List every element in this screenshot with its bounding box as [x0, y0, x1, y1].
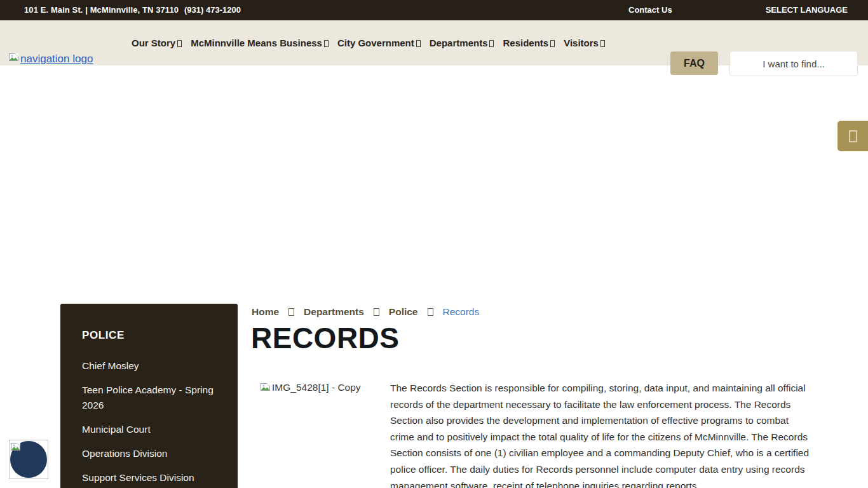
article-content: IMG_5428[1] - Copy The Records Section i… [261, 380, 812, 488]
broken-image-icon [261, 382, 271, 395]
nav-item-label: Departments [430, 37, 488, 48]
faq-button[interactable]: FAQ [670, 51, 718, 75]
nav-item-label: Visitors [564, 37, 599, 48]
broken-image-icon [9, 52, 19, 65]
phone-number: (931) 473-1200 [184, 5, 241, 15]
accessibility-widget[interactable] [9, 440, 48, 479]
caret-placeholder-icon [550, 40, 555, 47]
sidebar-item-teen-police-academy[interactable]: Teen Police Academy - Spring 2026 [82, 383, 215, 413]
main-navbar: navigation logo Our Story McMinnville Me… [0, 20, 868, 65]
select-language-button[interactable]: SELECT LANGUAGE [766, 5, 848, 15]
nav-item-our-story[interactable]: Our Story [132, 37, 182, 48]
caret-placeholder-icon [324, 40, 329, 47]
breadcrumb-separator-icon [428, 308, 433, 316]
nav-item-departments[interactable]: Departments [430, 37, 494, 48]
caret-placeholder-icon [177, 40, 182, 47]
page: 101 E. Main St. | McMinnville, TN 37110 … [0, 0, 868, 488]
broken-image-icon [11, 442, 21, 454]
nav-item-mcminnville-means-business[interactable]: McMinnville Means Business [191, 37, 329, 48]
contact-us-link[interactable]: Contact Us [628, 5, 672, 15]
section-sidebar: POLICE Chief Mosley Teen Police Academy … [60, 304, 238, 488]
breadcrumb-separator-icon [288, 308, 294, 316]
nav-item-city-government[interactable]: City Government [337, 37, 421, 48]
nav-item-visitors[interactable]: Visitors [564, 37, 605, 48]
nav-item-label: Our Story [132, 37, 175, 48]
street-address: 101 E. Main St. | McMinnville, TN 37110 [24, 5, 179, 15]
nav-item-residents[interactable]: Residents [503, 37, 555, 48]
breadcrumb-home[interactable]: Home [252, 306, 279, 318]
caret-placeholder-icon [600, 40, 605, 47]
article-image-broken: IMG_5428[1] - Copy [261, 380, 390, 395]
article-image-alt-text: IMG_5428[1] - Copy [272, 382, 361, 393]
article-paragraph: The Records Section is responsible for c… [390, 380, 810, 488]
primary-menu: Our Story McMinnville Means Business Cit… [132, 20, 605, 65]
breadcrumb-police[interactable]: Police [389, 306, 418, 318]
logo-alt-text: navigation logo [20, 53, 93, 65]
sidebar-item-operations-division[interactable]: Operations Division [82, 446, 215, 461]
top-utility-bar: 101 E. Main St. | McMinnville, TN 37110 … [0, 0, 868, 20]
caret-placeholder-icon [489, 40, 494, 47]
caret-placeholder-icon [416, 40, 421, 47]
breadcrumb-separator-icon [374, 308, 379, 316]
breadcrumb-departments[interactable]: Departments [304, 306, 364, 318]
sidebar-item-municipal-court[interactable]: Municipal Court [82, 422, 215, 437]
search-input[interactable] [729, 51, 858, 76]
sidebar-item-chief-mosley[interactable]: Chief Mosley [82, 358, 215, 374]
nav-item-label: Residents [503, 37, 548, 48]
tab-placeholder-icon [849, 130, 857, 142]
nav-item-label: City Government [337, 37, 414, 48]
breadcrumb: Home Departments Police Records [252, 306, 479, 318]
site-logo-link[interactable]: navigation logo [9, 52, 93, 65]
share-sidebar-tab[interactable] [837, 121, 868, 151]
page-title: RECORDS [251, 321, 400, 355]
breadcrumb-records-current: Records [443, 306, 480, 318]
nav-item-label: McMinnville Means Business [191, 37, 322, 48]
sidebar-item-support-services-division[interactable]: Support Services Division [82, 470, 215, 485]
sidebar-title: POLICE [82, 329, 215, 342]
